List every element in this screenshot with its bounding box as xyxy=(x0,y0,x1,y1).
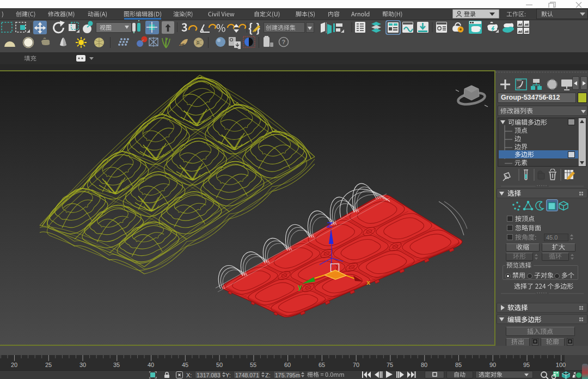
svg-text:y: y xyxy=(298,283,302,291)
svg-text:x: x xyxy=(366,278,371,286)
